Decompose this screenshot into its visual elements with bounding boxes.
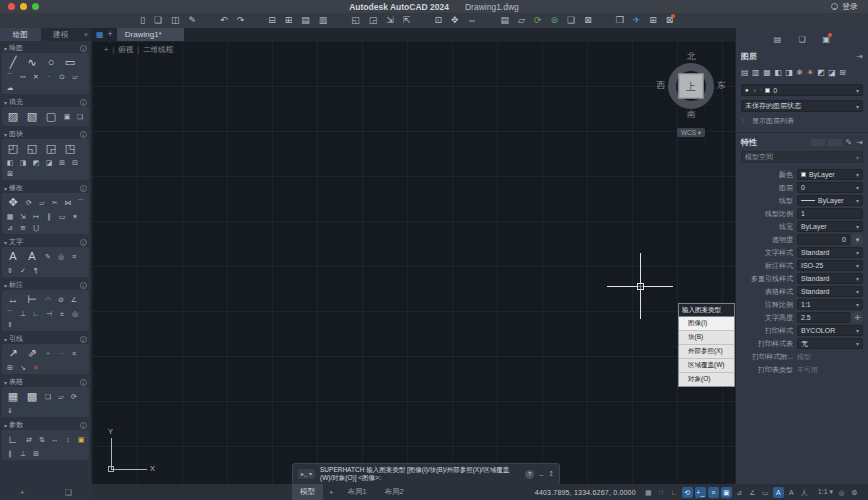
viewport-control-1[interactable]: 俯视 xyxy=(118,45,133,55)
perpendicular-constraint-icon[interactable]: ⊥ xyxy=(18,449,28,458)
collinear-constraint-icon[interactable]: ⇅ xyxy=(37,435,47,444)
pick-height-button[interactable]: ✛ xyxy=(852,312,863,323)
section-header[interactable]: ▾修改i xyxy=(2,183,89,193)
trim-tool-icon[interactable]: ✂ xyxy=(50,198,60,207)
copy-tool-icon[interactable]: ▱ xyxy=(37,198,47,207)
command-share-icon[interactable]: ↥ xyxy=(548,470,554,478)
command-collapse-icon[interactable]: – xyxy=(539,471,543,478)
offset-tool-icon[interactable]: ∥ xyxy=(44,212,54,221)
maximize-window-button[interactable] xyxy=(32,3,39,10)
table-tool-icon[interactable]: ▦ xyxy=(5,389,21,404)
add-leader-icon[interactable]: + xyxy=(43,349,53,358)
tab-layout2[interactable]: 布局2 xyxy=(377,484,412,500)
mtext-tool-icon[interactable]: A xyxy=(5,249,21,264)
print-icon[interactable]: ⊟ xyxy=(268,13,276,28)
pan-icon[interactable]: ✥ xyxy=(451,13,459,28)
section-header[interactable]: ▾填充i xyxy=(2,97,89,107)
erase-tool-icon[interactable]: ▭ xyxy=(57,212,67,221)
section-info-icon[interactable]: i xyxy=(80,45,87,52)
geometric-constraint-icon[interactable]: ∟ xyxy=(5,432,21,447)
justify-text-icon[interactable]: ≡ xyxy=(69,252,79,261)
layer-walk-icon[interactable]: ⊞ xyxy=(839,65,846,80)
lineweight-display-icon[interactable]: ≡ xyxy=(708,487,719,498)
data-link-icon[interactable]: ❏ xyxy=(43,392,53,401)
property-field[interactable]: Standard▾ xyxy=(797,286,863,297)
text-style-icon[interactable]: ✎ xyxy=(43,252,53,261)
chat-icon[interactable]: ⊠ xyxy=(666,13,674,28)
isolate-objects-icon[interactable]: ◎ xyxy=(836,487,847,498)
property-field[interactable]: ByLayer▾ xyxy=(797,169,863,180)
reference-doc-icon[interactable]: ❏ xyxy=(567,13,575,28)
start-tab-grid-icon[interactable]: ▦ xyxy=(96,28,104,41)
replace-block-icon[interactable]: ⊠ xyxy=(5,169,15,178)
create-block-icon[interactable]: ◱ xyxy=(24,141,40,156)
object-snap-icon[interactable]: ▣ xyxy=(721,487,732,498)
region-tool-icon[interactable]: ▣ xyxy=(62,112,72,121)
export-table-icon[interactable]: ⇓ xyxy=(5,406,15,415)
array-tool-icon[interactable]: ▦ xyxy=(5,212,15,221)
attach-leader-icon[interactable]: ↘ xyxy=(18,363,28,372)
parallel-constraint-icon[interactable]: ∥ xyxy=(5,449,15,458)
window-switch-icon[interactable]: ⊞ xyxy=(649,13,657,28)
refresh-icon[interactable]: ⟳ xyxy=(534,13,542,28)
properties-toggle-icon[interactable]: ▤ xyxy=(501,13,510,28)
insert-block-icon[interactable]: ◰ xyxy=(5,141,21,156)
annotation-autoscale-icon[interactable]: A xyxy=(786,487,797,498)
viewcube[interactable]: 北 西 上 东 南 WCS ▾ xyxy=(653,51,729,139)
drawing-tab[interactable]: Drawing1* xyxy=(117,28,184,41)
radius-dimension-icon[interactable]: ◠ xyxy=(43,295,53,304)
layers-collapse-icon[interactable]: ⇥ xyxy=(856,52,863,61)
stretch-tool-icon[interactable]: ↦ xyxy=(31,212,41,221)
annotation-scale-dropdown[interactable]: 1:1 ▾ xyxy=(815,488,836,496)
boundary-tool-icon[interactable]: ▢ xyxy=(43,109,59,124)
property-field[interactable]: ByLayer▾ xyxy=(797,221,863,232)
align-leaders-icon[interactable]: ≡ xyxy=(69,349,79,358)
update-table-icon[interactable]: ⟳ xyxy=(69,392,79,401)
rotate-tool-icon[interactable]: ⟳ xyxy=(24,198,34,207)
section-header[interactable]: ▾文字i xyxy=(2,237,89,247)
dynamic-input-icon[interactable]: +_ xyxy=(695,487,706,498)
dimension-break-icon[interactable]: ‖ xyxy=(5,320,15,329)
section-info-icon[interactable]: i xyxy=(80,336,87,343)
add-palette-icon[interactable]: + xyxy=(20,488,25,497)
scale-tool-icon[interactable]: ⇲ xyxy=(18,212,28,221)
manage-attributes-icon[interactable]: ◨ xyxy=(18,158,28,167)
import-icon[interactable]: ⇲ xyxy=(386,13,394,28)
batch-plot-icon[interactable]: ▥ xyxy=(319,13,328,28)
ortho-mode-icon[interactable]: ∟ xyxy=(669,487,680,498)
snap-mode-icon[interactable]: ∷ xyxy=(656,487,667,498)
palette-menu-icon[interactable]: ❏ xyxy=(65,488,72,497)
undo-icon[interactable]: ↶ xyxy=(220,13,228,28)
property-field[interactable]: ISO-25▾ xyxy=(797,260,863,271)
paragraph-icon[interactable]: ¶ xyxy=(31,266,41,275)
circle-tool-icon[interactable]: ○ xyxy=(43,55,59,70)
transparency-picker-button[interactable]: ▾ xyxy=(852,234,863,245)
model-space-canvas[interactable]: +|俯视|二维线框 北 西 上 东 南 WCS ▾ xyxy=(92,41,735,484)
wcs-dropdown[interactable]: WCS ▾ xyxy=(677,128,705,137)
viewcube-south-label[interactable]: 南 xyxy=(653,109,729,121)
grid-display-icon[interactable]: ▦ xyxy=(643,487,654,498)
menu-item-4[interactable]: 区域覆盖(W) xyxy=(679,359,734,373)
property-field[interactable]: 0 xyxy=(797,234,850,245)
layer-on-icon[interactable]: ● xyxy=(745,87,749,93)
revision-cloud-icon[interactable]: ☁ xyxy=(5,83,15,92)
hatch-tool-icon[interactable]: ▨ xyxy=(5,109,21,124)
section-header[interactable]: ▾标注i xyxy=(2,280,89,290)
extract-data-icon[interactable]: ▱ xyxy=(56,392,66,401)
layer-on-off-icon[interactable]: ☀ xyxy=(807,65,814,80)
tolerance-icon[interactable]: ± xyxy=(57,309,67,318)
section-header[interactable]: ▾表格i xyxy=(2,377,89,387)
continue-dimension-icon[interactable]: ⊣ xyxy=(44,309,54,318)
redo-icon[interactable]: ↷ xyxy=(237,13,245,28)
selection-cycling-icon[interactable]: ▭ xyxy=(760,487,771,498)
edit-properties-icon[interactable]: ✎ xyxy=(846,138,853,147)
single-text-tool-icon[interactable]: A xyxy=(24,249,40,264)
settings-doc-icon[interactable]: ⊠ xyxy=(584,13,592,28)
edit-table-icon[interactable]: ▩ xyxy=(24,389,40,404)
layer-states-dropdown[interactable]: 未保存的图层状态 ▾ xyxy=(741,100,863,112)
show-layer-list-toggle[interactable]: 〉 显示图层列表 xyxy=(741,116,863,126)
lock-layer-icon[interactable]: ◩ xyxy=(817,65,825,80)
unisolate-layer-icon[interactable]: ◨ xyxy=(785,65,793,80)
command-prompt-icon[interactable]: ▸_ ▾ xyxy=(298,469,315,479)
share-icon[interactable]: ⊚ xyxy=(551,13,559,28)
